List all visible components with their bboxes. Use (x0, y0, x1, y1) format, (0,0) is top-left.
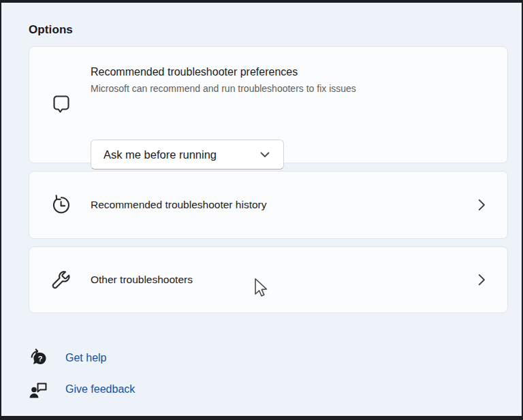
row-recommended-troubleshooter-history[interactable]: Recommended troubleshooter history (29, 171, 508, 239)
row-label: Recommended troubleshooter history (91, 199, 266, 211)
get-help-link[interactable]: ? Get help (29, 346, 106, 370)
svg-text:?: ? (38, 355, 43, 363)
setting-description: Microsoft can recommend and run troubles… (91, 83, 491, 94)
row-label: Other troubleshooters (91, 274, 193, 286)
history-icon (50, 192, 73, 218)
card-troubleshooter-preferences: Recommended troubleshooter preferences M… (29, 46, 508, 163)
setting-title: Recommended troubleshooter preferences (91, 66, 491, 78)
page-title: Options (29, 23, 73, 37)
chevron-down-icon (260, 152, 270, 158)
chevron-right-icon (478, 274, 486, 286)
comment-icon (50, 92, 73, 118)
chevron-right-icon (478, 199, 486, 211)
give-feedback-label: Give feedback (65, 383, 135, 395)
give-feedback-link[interactable]: Give feedback (29, 378, 135, 401)
wrench-icon (50, 267, 73, 293)
row-other-troubleshooters[interactable]: Other troubleshooters (29, 246, 508, 313)
troubleshooter-preference-dropdown[interactable]: Ask me before running (91, 140, 284, 169)
dropdown-selected-value: Ask me before running (104, 148, 217, 161)
feedback-person-icon (29, 378, 49, 401)
preferences-body: Recommended troubleshooter preferences M… (91, 66, 491, 94)
get-help-label: Get help (65, 352, 106, 364)
settings-troubleshoot-options-page: Options Recommended troubleshooter prefe… (0, 0, 523, 420)
help-bubble-icon: ? (29, 346, 49, 370)
